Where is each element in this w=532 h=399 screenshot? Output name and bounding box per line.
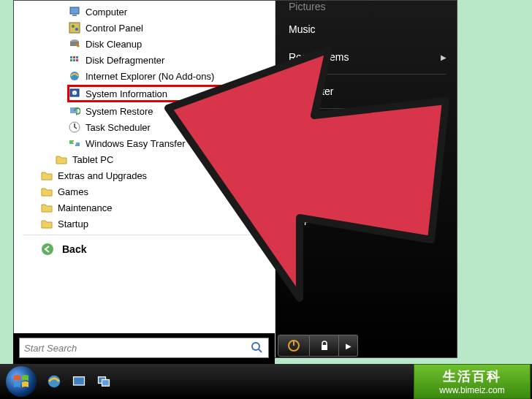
program-label: Windows Easy Transfer [86, 138, 186, 149]
program-ie-no-addons[interactable]: Internet Explorer (No Add-ons) [14, 68, 275, 84]
svg-rect-10 [70, 59, 72, 61]
windows-logo-icon [12, 372, 31, 391]
folder-icon [40, 217, 53, 230]
computer-icon [68, 5, 81, 18]
svg-rect-28 [102, 380, 110, 387]
svg-point-3 [72, 25, 75, 28]
folder-startup[interactable]: Startup [14, 216, 275, 232]
ie-icon [68, 69, 81, 83]
separator [286, 108, 446, 109]
svg-rect-24 [322, 345, 327, 350]
program-label: System Information [86, 88, 167, 99]
program-label: Task Scheduler [86, 122, 151, 133]
svg-rect-0 [70, 7, 79, 14]
taskbar-show-desktop-icon[interactable] [70, 373, 88, 390]
program-computer[interactable]: Computer [14, 4, 275, 20]
start-menu: Computer Control Panel Disk Cleanup Disk… [13, 0, 457, 358]
program-label: Control Panel [86, 23, 143, 34]
program-label: Disk Defragmenter [86, 55, 164, 66]
power-button[interactable] [278, 335, 310, 357]
chevron-right-icon: ▶ [346, 342, 352, 350]
start-menu-left-panel: Computer Control Panel Disk Cleanup Disk… [14, 1, 276, 357]
folder-games[interactable]: Games [14, 183, 275, 200]
folder-icon [40, 185, 53, 198]
svg-rect-1 [72, 15, 77, 16]
folder-label: Maintenance [58, 202, 112, 213]
right-item-help-support[interactable]: Help and Support [276, 205, 457, 233]
taskbar-ie-icon[interactable] [45, 373, 63, 390]
folder-label: Extras and Upgrades [58, 170, 147, 181]
svg-point-4 [75, 28, 78, 31]
svg-rect-12 [76, 59, 78, 61]
right-item-label: Pictures [289, 1, 326, 12]
program-system-restore[interactable]: System Restore [14, 103, 275, 119]
power-icon [287, 339, 300, 352]
svg-rect-11 [73, 59, 75, 61]
svg-text:i: i [74, 91, 75, 96]
right-item-computer[interactable]: Computer [276, 77, 457, 105]
program-label: Computer [86, 7, 127, 18]
svg-rect-8 [73, 56, 75, 58]
svg-point-22 [252, 343, 259, 350]
shutdown-options-button[interactable]: ▶ [339, 335, 358, 357]
folder-icon [55, 153, 68, 166]
search-icon [251, 341, 264, 354]
power-controls: ▶ [278, 335, 358, 357]
folder-label: Games [58, 186, 88, 197]
program-disk-defragmenter[interactable]: Disk Defragmenter [14, 52, 275, 68]
disk-defrag-icon [68, 53, 81, 66]
submenu-arrow-icon: ▶ [441, 53, 446, 61]
search-box[interactable] [19, 338, 269, 358]
back-arrow-icon [40, 242, 55, 256]
control-panel-icon [68, 21, 81, 34]
right-item-music[interactable]: Music [276, 15, 457, 43]
back-button[interactable]: Back [14, 238, 275, 260]
program-task-scheduler[interactable]: Task Scheduler [14, 119, 275, 135]
watermark-url: www.bimeiz.com [439, 385, 504, 395]
program-windows-easy-transfer[interactable]: Windows Easy Transfer [14, 135, 275, 151]
program-disk-cleanup[interactable]: Disk Cleanup [14, 36, 275, 52]
right-item-label: Default Programs [289, 186, 390, 197]
lock-button[interactable] [310, 335, 339, 357]
program-control-panel[interactable]: Control Panel [14, 20, 275, 36]
folder-label: Tablet PC [72, 154, 113, 165]
svg-rect-7 [70, 56, 72, 58]
back-label: Back [62, 243, 86, 255]
folder-tablet-pc[interactable]: Tablet PC [14, 151, 275, 167]
program-label: Internet Explorer (No Add-ons) [86, 71, 214, 82]
program-label: System Restore [86, 106, 153, 117]
right-item-default-programs[interactable]: Default Programs [276, 178, 457, 205]
svg-rect-9 [76, 56, 78, 58]
sysinfo-icon: i [68, 87, 81, 100]
right-item-control-panel[interactable] [276, 112, 457, 178]
all-programs-list: Computer Control Panel Disk Cleanup Disk… [14, 1, 275, 357]
folder-maintenance[interactable]: Maintenance [14, 200, 275, 216]
right-item-label: Recent Items [289, 51, 349, 63]
start-menu-right-panel: Pictures Music Recent Items ▶ Computer D… [276, 1, 457, 357]
lock-icon [319, 341, 330, 351]
program-label: Disk Cleanup [86, 39, 142, 50]
taskbar-switch-windows-icon[interactable] [95, 373, 113, 390]
right-item-label: Help and Support [289, 213, 368, 225]
restore-icon [68, 104, 81, 118]
separator [23, 235, 266, 235]
right-item-recent-items[interactable]: Recent Items ▶ [276, 43, 457, 71]
folder-icon [40, 201, 53, 214]
search-input[interactable] [24, 343, 251, 354]
right-item-label: Computer [289, 86, 333, 97]
disk-cleanup-icon [68, 37, 81, 50]
folder-icon [40, 169, 53, 182]
folder-extras-upgrades[interactable]: Extras and Upgrades [14, 167, 275, 183]
start-button[interactable] [6, 366, 37, 397]
right-item-pictures[interactable]: Pictures [276, 1, 457, 15]
program-system-information[interactable]: i System Information [68, 86, 232, 102]
separator [286, 74, 446, 75]
folder-label: Startup [58, 218, 88, 229]
transfer-icon [68, 137, 81, 150]
watermark: 生活百科 www.bimeiz.com [414, 364, 531, 399]
svg-rect-2 [69, 23, 80, 33]
search-row [13, 333, 275, 364]
right-item-label: Music [289, 23, 316, 35]
clock-icon [68, 121, 81, 134]
svg-rect-26 [74, 377, 85, 385]
